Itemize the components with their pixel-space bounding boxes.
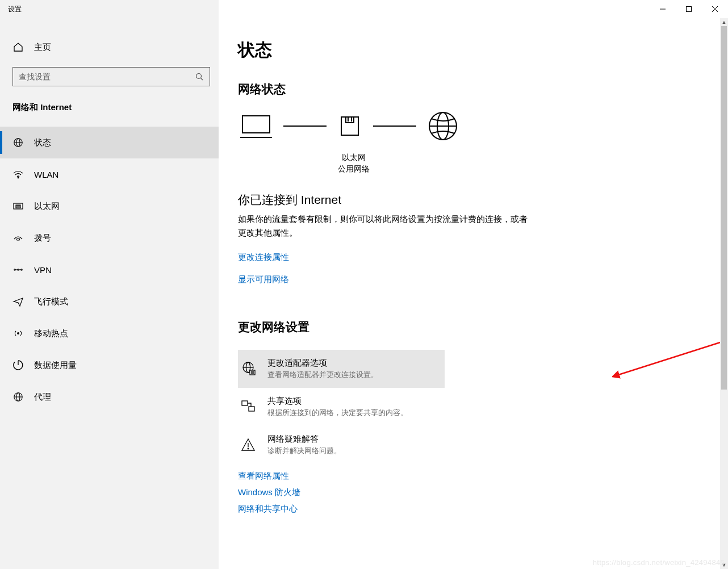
svg-point-45 bbox=[248, 448, 249, 449]
svg-point-21 bbox=[18, 333, 19, 334]
main-content: 状态 网络状态 以太网 公用网络 bbox=[219, 18, 728, 569]
adapter-icon bbox=[240, 361, 256, 376]
sidebar-item-label: 代理 bbox=[34, 392, 51, 403]
setting-troubleshooter[interactable]: 网络疑难解答 诊断并解决网络问题。 bbox=[238, 426, 445, 464]
ethernet-icon bbox=[12, 200, 24, 212]
search-wrap bbox=[0, 59, 219, 86]
svg-line-5 bbox=[201, 78, 203, 81]
home-icon bbox=[12, 41, 24, 53]
sidebar-item-label: 移动热点 bbox=[34, 328, 68, 339]
svg-rect-15 bbox=[17, 239, 20, 240]
network-diagram bbox=[238, 111, 705, 141]
connected-body: 如果你的流量套餐有限制，则你可以将此网络设置为按流量计费的连接，或者更改其他属性… bbox=[238, 212, 528, 240]
diagram-line bbox=[373, 125, 416, 127]
setting-item-title: 更改适配器选项 bbox=[267, 358, 378, 369]
status-heading: 网络状态 bbox=[238, 81, 705, 97]
search-icon bbox=[195, 72, 204, 81]
sidebar-nav: 状态 WLAN 以太网 bbox=[0, 119, 219, 413]
link-change-connection-props[interactable]: 更改连接属性 bbox=[238, 252, 289, 263]
annotation-arrow bbox=[612, 336, 726, 381]
sidebar-home-label: 主页 bbox=[34, 42, 51, 53]
close-icon bbox=[712, 6, 718, 12]
maximize-button[interactable] bbox=[676, 0, 702, 18]
sidebar-item-proxy[interactable]: 代理 bbox=[0, 381, 219, 413]
setting-item-desc: 根据所连接到的网络，决定要共享的内容。 bbox=[267, 408, 408, 418]
sidebar-home[interactable]: 主页 bbox=[0, 35, 219, 59]
watermark: https://blog.csdn.net/weixin_42494845 bbox=[593, 558, 725, 567]
sidebar-item-label: 以太网 bbox=[34, 201, 60, 212]
svg-rect-42 bbox=[242, 401, 248, 405]
svg-line-46 bbox=[617, 342, 720, 375]
link-windows-firewall[interactable]: Windows 防火墙 bbox=[238, 487, 705, 498]
sidebar-item-airplane[interactable]: 飞行模式 bbox=[0, 286, 219, 317]
page-title: 状态 bbox=[238, 39, 705, 62]
sidebar-item-label: 拨号 bbox=[34, 233, 51, 244]
sidebar-item-status[interactable]: 状态 bbox=[0, 127, 219, 158]
router-icon bbox=[338, 114, 362, 139]
troubleshoot-icon bbox=[240, 437, 256, 453]
computer-icon bbox=[240, 114, 272, 139]
data-usage-icon bbox=[12, 359, 24, 371]
setting-sharing-options[interactable]: 共享选项 根据所连接到的网络，决定要共享的内容。 bbox=[238, 388, 445, 426]
sidebar-item-label: 数据使用量 bbox=[34, 360, 77, 371]
connected-title: 你已连接到 Internet bbox=[238, 192, 705, 208]
vpn-icon bbox=[12, 264, 24, 275]
proxy-icon bbox=[12, 391, 24, 403]
setting-item-title: 网络疑难解答 bbox=[267, 434, 341, 445]
diagram-label-top: 以太网 bbox=[342, 153, 366, 162]
maximize-icon bbox=[686, 6, 692, 12]
sidebar-item-label: 飞行模式 bbox=[34, 296, 68, 307]
setting-item-desc: 查看网络适配器并更改连接设置。 bbox=[267, 370, 378, 380]
scroll-up-button[interactable]: ▲ bbox=[720, 18, 728, 26]
window-title: 设置 bbox=[8, 5, 22, 14]
setting-adapter-options[interactable]: 更改适配器选项 查看网络适配器并更改连接设置。 bbox=[238, 350, 445, 388]
scroll-thumb[interactable] bbox=[721, 26, 727, 390]
airplane-icon bbox=[12, 296, 24, 307]
setting-item-title: 共享选项 bbox=[267, 396, 408, 407]
svg-rect-26 bbox=[242, 116, 270, 133]
change-settings-heading: 更改网络设置 bbox=[238, 319, 705, 335]
svg-point-4 bbox=[196, 74, 202, 79]
svg-rect-1 bbox=[687, 7, 692, 12]
sidebar-item-data-usage[interactable]: 数据使用量 bbox=[0, 349, 219, 381]
search-input[interactable] bbox=[19, 72, 195, 81]
scrollbar[interactable]: ▲ ▼ bbox=[720, 18, 728, 569]
sidebar-item-ethernet[interactable]: 以太网 bbox=[0, 190, 219, 222]
setting-item-desc: 诊断并解决网络问题。 bbox=[267, 446, 341, 456]
dialup-icon bbox=[12, 232, 24, 244]
diagram-line bbox=[283, 125, 327, 127]
sidebar: 主页 网络和 Internet 状态 bbox=[0, 18, 219, 569]
svg-rect-43 bbox=[249, 407, 254, 411]
sharing-icon bbox=[240, 399, 256, 415]
sidebar-item-label: 状态 bbox=[34, 137, 51, 148]
internet-globe-icon bbox=[428, 111, 458, 141]
globe-icon bbox=[12, 137, 24, 148]
search-input-wrap[interactable] bbox=[12, 67, 210, 86]
bottom-links: 查看网络属性 Windows 防火墙 网络和共享中心 bbox=[238, 471, 705, 514]
wifi-icon bbox=[12, 169, 24, 180]
close-button[interactable] bbox=[702, 0, 728, 18]
sidebar-item-vpn[interactable]: VPN bbox=[0, 254, 219, 286]
sidebar-item-dialup[interactable]: 拨号 bbox=[0, 222, 219, 254]
minimize-button[interactable] bbox=[650, 0, 676, 18]
svg-point-9 bbox=[18, 177, 19, 178]
minimize-icon bbox=[660, 6, 666, 12]
sidebar-item-hotspot[interactable]: 移动热点 bbox=[0, 317, 219, 349]
svg-point-16 bbox=[14, 269, 15, 270]
svg-point-18 bbox=[21, 269, 22, 270]
sidebar-item-wlan[interactable]: WLAN bbox=[0, 158, 219, 190]
link-network-sharing-center[interactable]: 网络和共享中心 bbox=[238, 504, 705, 514]
diagram-label: 以太网 公用网络 bbox=[320, 148, 388, 175]
link-view-network-props[interactable]: 查看网络属性 bbox=[238, 471, 705, 482]
link-show-available-networks[interactable]: 显示可用网络 bbox=[238, 274, 289, 285]
diagram-label-bottom: 公用网络 bbox=[338, 164, 370, 173]
sidebar-item-label: WLAN bbox=[34, 170, 58, 179]
window-controls bbox=[650, 0, 728, 18]
svg-rect-28 bbox=[341, 117, 358, 135]
svg-rect-29 bbox=[346, 117, 354, 123]
svg-point-17 bbox=[18, 269, 19, 270]
sidebar-item-label: VPN bbox=[34, 265, 52, 275]
titlebar: 设置 bbox=[0, 0, 728, 18]
hotspot-icon bbox=[12, 328, 24, 339]
sidebar-category: 网络和 Internet bbox=[0, 86, 219, 119]
